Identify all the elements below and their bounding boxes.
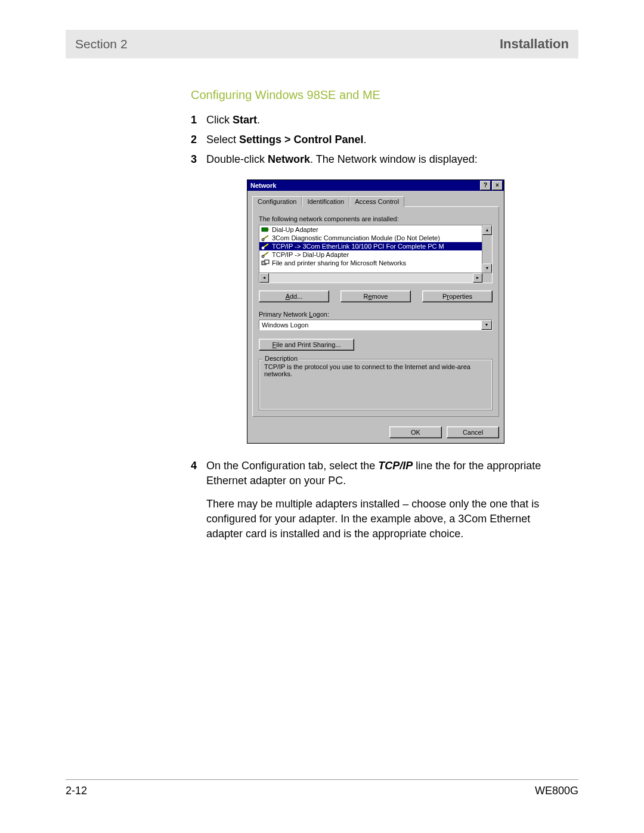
list-item-label: File and printer sharing for Microsoft N…	[272, 259, 406, 267]
component-buttons: AAdd...dd... Remove Properties	[259, 290, 493, 302]
text: On the Configuration tab, select the	[206, 460, 378, 472]
step-1: 1 Click Start.	[191, 113, 561, 128]
list-item[interactable]: TCP/IP -> Dial-Up Adapter	[259, 250, 482, 259]
instruction-list-continued: 4 On the Configuration tab, select the T…	[191, 459, 561, 550]
protocol-icon	[261, 251, 270, 258]
list-item-selected[interactable]: TCP/IP -> 3Com EtherLink 10/100 PCI For …	[259, 242, 482, 250]
protocol-icon	[261, 234, 270, 241]
listbox-inner: Dial-Up Adapter 3Com Diagnostic Communci…	[259, 225, 482, 273]
document-page: Section 2 Installation Configuring Windo…	[0, 0, 644, 833]
step-text: On the Configuration tab, select the TCP…	[206, 459, 561, 550]
dialog-footer: OK Cancel	[247, 422, 504, 443]
properties-button[interactable]: Properties	[422, 290, 493, 302]
combo-value: Windows Logon	[259, 320, 481, 330]
dropdown-icon[interactable]: ▼	[481, 320, 492, 330]
scroll-down-icon[interactable]: ▼	[482, 264, 492, 273]
tab-access-control[interactable]: Access Control	[349, 196, 404, 207]
svg-rect-1	[268, 229, 269, 230]
scroll-up-icon[interactable]: ▲	[482, 225, 492, 235]
step-3: 3 Double-click Network. The Network wind…	[191, 152, 561, 167]
list-item-label: TCP/IP -> 3Com EtherLink 10/100 PCI For …	[272, 243, 444, 250]
paragraph: There may be multiple adapters installed…	[206, 497, 561, 542]
groupbox-legend: Description	[263, 355, 299, 362]
logon-combobox[interactable]: Windows Logon ▼	[259, 320, 493, 330]
list-item[interactable]: File and printer sharing for Microsoft N…	[259, 259, 482, 267]
ok-button[interactable]: OK	[389, 426, 442, 438]
list-item[interactable]: Dial-Up Adapter	[259, 225, 482, 234]
bold-italic-text: TCP/IP	[378, 460, 413, 472]
screenshot-container: Network ? × Configuration Identification…	[191, 179, 561, 444]
horizontal-scrollbar[interactable]: ◄ ►	[259, 272, 492, 283]
list-label: The following network components are ins…	[259, 215, 493, 222]
bold-text: Settings > Control Panel	[239, 134, 364, 145]
list-item-label: 3Com Diagnostic Communciation Module (Do…	[272, 234, 440, 241]
text: .	[257, 114, 260, 126]
step-text: Select Settings > Control Panel.	[206, 132, 561, 147]
vertical-scrollbar[interactable]: ▲ ▼	[482, 225, 492, 273]
scroll-right-icon[interactable]: ►	[473, 273, 482, 283]
svg-point-5	[262, 247, 264, 249]
page-header-bar: Section 2 Installation	[66, 30, 578, 58]
tab-pane-configuration: The following network components are ins…	[252, 206, 499, 417]
svg-rect-9	[265, 260, 269, 264]
section-label: Section 2	[75, 37, 128, 51]
scroll-corner	[482, 273, 492, 283]
text: Click	[206, 114, 233, 126]
footer-divider	[66, 779, 578, 780]
file-print-sharing-button[interactable]: File and Print Sharing...	[259, 339, 354, 351]
model-number: WE800G	[535, 785, 578, 797]
service-icon	[261, 259, 270, 267]
text: Select	[206, 134, 239, 145]
bold-text: Start	[233, 114, 257, 126]
help-button[interactable]: ?	[480, 181, 491, 190]
dialog-titlebar[interactable]: Network ? ×	[247, 180, 504, 191]
network-dialog: Network ? × Configuration Identification…	[247, 179, 504, 444]
step-4: 4 On the Configuration tab, select the T…	[191, 459, 561, 550]
step-text: Double-click Network. The Network window…	[206, 152, 561, 167]
list-item-label: TCP/IP -> Dial-Up Adapter	[272, 251, 349, 258]
close-button[interactable]: ×	[492, 181, 503, 190]
page-number: 2-12	[66, 785, 87, 797]
svg-rect-0	[262, 228, 268, 231]
text: .	[364, 134, 367, 145]
tab-configuration[interactable]: Configuration	[252, 196, 302, 207]
svg-point-3	[262, 239, 264, 241]
page-footer: 2-12 WE800G	[66, 785, 578, 809]
add-button[interactable]: AAdd...dd...	[259, 290, 329, 302]
chapter-title: Installation	[500, 36, 569, 52]
step-number: 1	[191, 113, 206, 128]
cancel-button[interactable]: Cancel	[447, 426, 499, 438]
description-groupbox: Description TCP/IP is the protocol you u…	[259, 359, 493, 410]
protocol-icon	[261, 243, 270, 250]
section-heading: Configuring Windows 98SE and ME	[191, 88, 561, 102]
tab-strip: Configuration Identification Access Cont…	[252, 196, 499, 207]
step-number: 2	[191, 132, 206, 147]
components-listbox[interactable]: Dial-Up Adapter 3Com Diagnostic Communci…	[259, 225, 493, 283]
adapter-icon	[261, 226, 270, 233]
text: Double-click	[206, 153, 268, 165]
step-number: 3	[191, 152, 206, 167]
dialog-title: Network	[249, 182, 479, 189]
instruction-list: 1 Click Start. 2 Select Settings > Contr…	[191, 113, 561, 168]
page-content: Configuring Windows 98SE and ME 1 Click …	[66, 88, 578, 550]
scroll-left-icon[interactable]: ◄	[259, 273, 269, 283]
text: . The Network window is displayed:	[310, 153, 478, 165]
step-text: Click Start.	[206, 113, 561, 128]
list-item[interactable]: 3Com Diagnostic Communciation Module (Do…	[259, 234, 482, 242]
dialog-body: Configuration Identification Access Cont…	[247, 191, 504, 422]
tab-identification[interactable]: Identification	[302, 196, 349, 207]
step-2: 2 Select Settings > Control Panel.	[191, 132, 561, 147]
bold-text: Network	[268, 153, 310, 165]
svg-point-7	[262, 255, 264, 258]
list-item-label: Dial-Up Adapter	[272, 226, 318, 233]
description-text: TCP/IP is the protocol you use to connec…	[264, 363, 487, 377]
remove-button[interactable]: Remove	[340, 290, 411, 302]
step-number: 4	[191, 459, 206, 550]
logon-label: Primary Network Logon:	[259, 311, 493, 318]
